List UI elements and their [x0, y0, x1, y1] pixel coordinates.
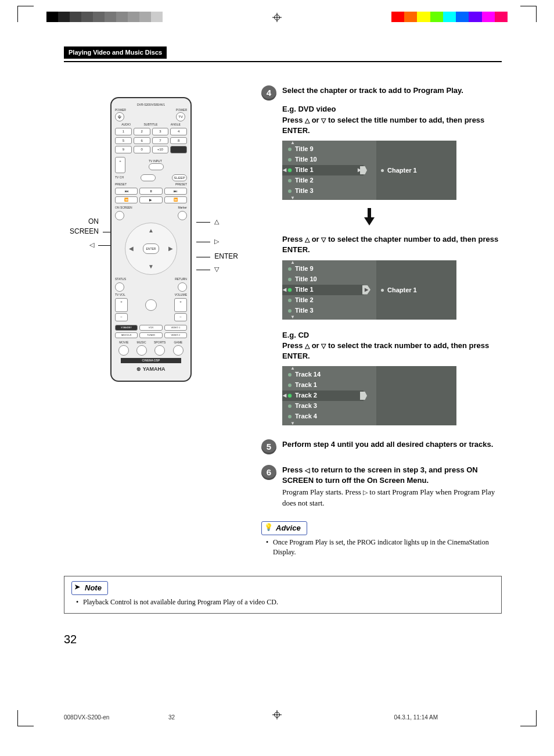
step-title: Perform step 4 until you add all desired…	[282, 440, 493, 449]
grayscale-bar	[46, 12, 163, 22]
callout-down-arrow: ▽	[196, 264, 219, 274]
d-pad: ▲ ▼ ◀ ▶ ENTER	[125, 223, 177, 275]
sleep-button: SLEEP	[172, 174, 187, 181]
section-header: Playing Video and Music Discs	[64, 46, 167, 59]
dvd-line-1: Press or to select the title number to a…	[282, 115, 502, 136]
down-arrow-icon	[282, 208, 456, 228]
cursor-icon	[360, 392, 367, 400]
callout-right-arrow: ▷	[196, 237, 219, 246]
osd-title-select: ▲ Title 9 Title 10 ◀ Title 1 ▶ Chapter 1…	[282, 141, 456, 200]
dvd-line-2: Press or to select the chapter number to…	[282, 234, 502, 255]
tv-power-button: TV	[176, 112, 185, 121]
dvd-example-heading: E.g. DVD video	[282, 104, 502, 114]
triangle-up-icon	[305, 341, 310, 350]
advice-section: Advice Once Program Play is set, the PRO…	[261, 521, 502, 557]
callout-up-arrow: △	[196, 217, 219, 227]
marker-button	[178, 211, 187, 220]
triangle-up-icon	[305, 235, 310, 243]
callout-left-arrow: ◁	[89, 240, 112, 250]
triangle-left-icon: ◁	[89, 241, 94, 249]
advice-item: Once Program Play is set, the PROG indic…	[266, 538, 502, 557]
cinema-dsp-label: CINEMA DSP	[121, 358, 181, 363]
step-6: 6 Press to return to the screen in step …	[261, 465, 502, 508]
step-number-badge: 6	[261, 465, 276, 480]
registration-mark	[272, 13, 282, 22]
footer-datetime: 04.3.1, 11:14 AM	[394, 714, 438, 722]
step-title: Select the chapter or track to add to Pr…	[282, 86, 463, 95]
right-arrow-icon: ▶	[168, 245, 173, 253]
step-number-badge: 5	[261, 439, 276, 454]
callout-enter: ENTER	[196, 252, 238, 261]
cd-line: Press or to select the track number to a…	[282, 341, 502, 361]
triangle-left-icon	[305, 465, 310, 474]
step-number-badge: 4	[261, 85, 276, 101]
crop-mark	[17, 710, 34, 726]
power-button: ⏻	[115, 112, 124, 121]
crop-mark	[17, 6, 34, 22]
crop-mark	[520, 6, 537, 22]
footer-file: 008DVX-S200-en	[64, 714, 109, 722]
step-body: Program Play starts. Press to start Prog…	[282, 487, 502, 508]
note-section: Note Playback Control is not available d…	[64, 576, 502, 614]
triangle-up-icon	[305, 116, 310, 124]
registration-mark	[272, 710, 282, 719]
note-item: Playback Control is not available during…	[76, 597, 494, 607]
color-bar	[391, 12, 508, 22]
advice-label: Advice	[261, 521, 307, 535]
osd-track-select: ▲ Track 14 Track 1 ◀ Track 2 Track 3 Tra…	[282, 366, 456, 425]
on-screen-button	[115, 211, 124, 220]
cd-example-heading: E.g. CD	[282, 330, 502, 341]
osd-chapter-select: ▲ Title 9 Title 10 ◀ Title 1 ▶ Chapter 1…	[282, 260, 456, 320]
remote-illustration-column: ON SCREEN ◁ △ ▷ ENTER	[64, 80, 238, 558]
footer-page: 32	[168, 714, 175, 722]
left-arrow-icon: ◀	[129, 245, 134, 253]
yamaha-logo-icon	[136, 366, 142, 372]
triangle-up-icon: △	[214, 217, 219, 226]
step-5: 5 Perform step 4 until you add all desir…	[261, 439, 502, 454]
step-4: 4 Select the chapter or track to add to …	[261, 85, 502, 101]
remote-model-label: DVR-S200/VS80/AV1	[115, 103, 187, 107]
step-title: Press to return to the screen in step 3,…	[282, 465, 478, 485]
divider	[64, 61, 502, 62]
printer-marks-top	[0, 0, 554, 35]
note-label: Note	[71, 581, 108, 595]
down-arrow-icon: ▼	[148, 263, 154, 271]
triangle-down-icon: ▽	[214, 265, 219, 274]
printer-marks-bottom: 008DVX-S200-en 32 04.3.1, 11:14 AM	[0, 697, 554, 732]
crop-mark	[520, 710, 537, 726]
number-pad: 1234 5678 90+10	[115, 128, 187, 153]
triangle-right-icon	[363, 488, 368, 496]
remote-control: DVR-S200/VS80/AV1 POWER⏻ POWERTV AUDIO S…	[110, 97, 192, 382]
up-arrow-icon: ▲	[148, 227, 154, 235]
page-number: 32	[64, 631, 502, 647]
cursor-icon	[360, 166, 367, 174]
enter-button: ENTER	[143, 243, 159, 254]
callout-on-screen: ON SCREEN	[70, 217, 105, 237]
triangle-right-icon: ▷	[214, 237, 219, 246]
brand-label: YAMAHA	[143, 366, 166, 372]
